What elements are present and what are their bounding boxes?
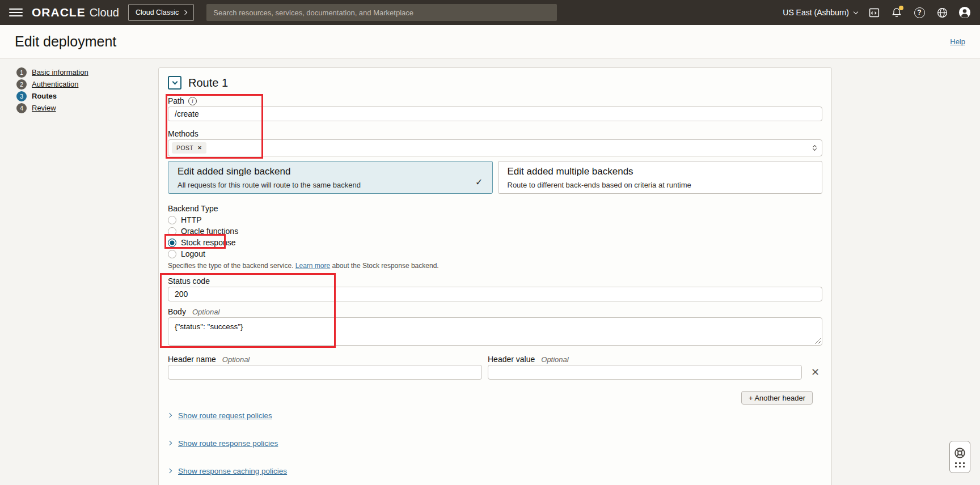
chevron-right-icon[interactable] <box>167 413 172 418</box>
radio-icon[interactable] <box>168 216 176 224</box>
backend-type-label: Backend Type <box>168 204 822 213</box>
card-description: All requests for this route will route t… <box>178 181 483 189</box>
cloud-classic-button[interactable]: Cloud Classic <box>128 4 194 21</box>
chevron-right-icon[interactable] <box>167 441 172 445</box>
path-label: Path <box>168 96 184 105</box>
route-response-policies-row: Show route response policies <box>168 438 822 448</box>
radio-icon[interactable] <box>168 250 176 258</box>
search-bar <box>206 4 557 21</box>
chevron-right-icon[interactable] <box>167 469 172 473</box>
cloud-classic-label: Cloud Classic <box>136 8 179 16</box>
header-value-col: Header value Optional <box>488 355 802 380</box>
optional-tag: Optional <box>222 355 250 364</box>
step-basic-information[interactable]: 1 Basic information <box>16 66 88 78</box>
step-label: Routes <box>32 92 57 100</box>
oracle-cloud-logo[interactable]: ORACLE Cloud <box>32 6 119 19</box>
region-selector[interactable]: US East (Ashburn) <box>783 8 858 17</box>
status-code-input[interactable] <box>168 287 822 301</box>
cloud-shell-icon[interactable] <box>868 6 880 19</box>
radio-logout[interactable]: Logout <box>168 248 205 259</box>
brand-cloud: Cloud <box>90 6 119 19</box>
step-label[interactable]: Authentication <box>32 80 78 88</box>
notifications-bell-icon[interactable] <box>890 6 903 19</box>
body-field: {"status": "success"} <box>168 317 822 346</box>
step-review[interactable]: 4 Review <box>16 102 88 114</box>
helper-suffix: about the Stock response backend. <box>330 262 438 270</box>
radio-stock-response[interactable]: Stock response <box>168 237 236 248</box>
page-title: Edit deployment <box>15 33 116 50</box>
resize-handle[interactable] <box>815 338 821 344</box>
radio-icon[interactable] <box>168 227 176 236</box>
card-title: Edit added multiple backends <box>508 166 813 177</box>
step-number: 4 <box>16 103 27 113</box>
route-panel: Route 1 Path Methods POST <box>158 67 832 485</box>
page-header: Edit deployment Help <box>0 25 980 59</box>
backend-type-section: Backend Type HTTP Oracle functions Stock… <box>168 204 822 259</box>
body-label-row: Body Optional <box>168 307 822 316</box>
route-header: Route 1 <box>168 76 822 90</box>
remove-header-icon[interactable] <box>811 365 820 380</box>
header-name-label: Header name <box>168 355 216 364</box>
stock-response-fields: Status code Body Optional {"status": "su… <box>168 276 822 346</box>
method-chip-label: POST <box>176 144 193 151</box>
drag-dots-icon <box>955 462 965 467</box>
support-widget[interactable] <box>949 441 970 473</box>
remove-method-icon[interactable] <box>197 145 202 151</box>
methods-label: Methods <box>168 129 822 138</box>
show-response-caching-policies-link[interactable]: Show response caching policies <box>178 467 287 475</box>
another-header-row: + Another header <box>168 391 822 405</box>
step-number: 2 <box>16 79 27 90</box>
header-name-label-row: Header name Optional <box>168 355 482 364</box>
language-globe-icon[interactable] <box>936 6 948 19</box>
learn-more-link[interactable]: Learn more <box>295 262 330 270</box>
search-input[interactable] <box>206 4 557 21</box>
menu-icon[interactable] <box>9 8 23 16</box>
info-icon[interactable] <box>188 97 197 105</box>
header-value-input[interactable] <box>488 365 802 380</box>
card-title: Edit added single backend <box>178 166 483 177</box>
step-authentication[interactable]: 2 Authentication <box>16 78 88 90</box>
response-caching-policies-row: Show response caching policies <box>168 466 822 476</box>
content-area: 1 Basic information 2 Authentication 3 R… <box>0 59 980 485</box>
notification-dot <box>899 6 903 10</box>
radio-icon-selected[interactable] <box>168 239 176 247</box>
backend-helper-text: Specifies the type of the backend servic… <box>168 262 822 270</box>
method-chip-post: POST <box>172 142 206 154</box>
route-title: Route 1 <box>188 76 228 90</box>
step-routes: 3 Routes <box>16 90 88 102</box>
life-ring-icon <box>953 446 966 460</box>
card-multiple-backends[interactable]: Edit added multiple backends Route to di… <box>498 161 823 194</box>
body-textarea[interactable]: {"status": "success"} <box>168 318 822 345</box>
path-methods-group: Path Methods POST <box>168 96 822 156</box>
radio-label: Stock response <box>181 238 236 247</box>
radio-label: Oracle functions <box>181 227 238 236</box>
help-link[interactable]: Help <box>950 37 965 46</box>
show-route-request-policies-link[interactable]: Show route request policies <box>178 411 272 420</box>
another-header-button[interactable]: + Another header <box>741 391 813 405</box>
step-number: 3 <box>16 91 27 101</box>
help-icon[interactable] <box>913 6 926 19</box>
chevron-down-icon <box>172 79 178 85</box>
methods-select[interactable]: POST <box>168 139 822 156</box>
path-input[interactable] <box>168 107 822 121</box>
optional-tag: Optional <box>541 355 568 364</box>
step-label[interactable]: Basic information <box>32 68 88 76</box>
backend-cards: Edit added single backend All requests f… <box>168 161 822 194</box>
status-code-label: Status code <box>168 276 822 286</box>
select-stepper-icon <box>813 146 816 150</box>
card-single-backend[interactable]: Edit added single backend All requests f… <box>168 161 493 194</box>
path-label-row: Path <box>168 96 822 105</box>
profile-avatar[interactable] <box>958 6 971 19</box>
radio-oracle-functions[interactable]: Oracle functions <box>168 226 238 237</box>
show-route-response-policies-link[interactable]: Show route response policies <box>178 439 278 448</box>
topbar-right: US East (Ashburn) <box>783 6 971 19</box>
header-fields-row: Header name Optional Header value Option… <box>168 355 822 380</box>
card-description: Route to different back-ends based on cr… <box>508 181 813 189</box>
header-name-input[interactable] <box>168 365 482 380</box>
radio-http[interactable]: HTTP <box>168 214 202 226</box>
header-value-label-row: Header value Optional <box>488 355 802 364</box>
wizard-steps: 1 Basic information 2 Authentication 3 R… <box>16 66 88 114</box>
step-label[interactable]: Review <box>32 104 56 112</box>
collapse-route-button[interactable] <box>168 76 181 90</box>
topbar: ORACLE Cloud Cloud Classic US East (Ashb… <box>0 0 980 25</box>
